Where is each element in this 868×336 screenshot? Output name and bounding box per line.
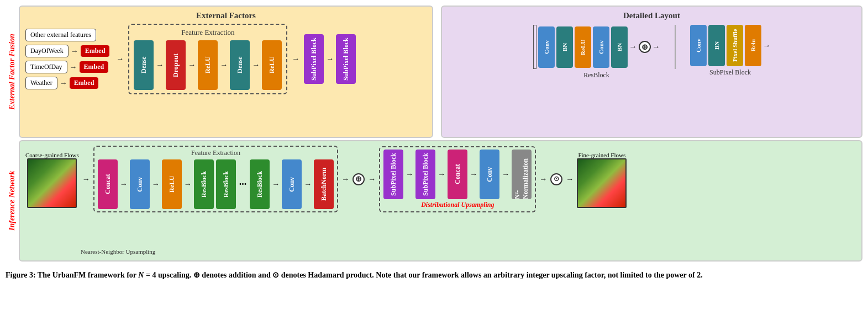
subpixel-block-label: SubPixel Block [709, 68, 751, 77]
inf-block-res2: ResBlock [216, 159, 236, 209]
block-subpixel-1: SubPixel Block [304, 34, 324, 84]
rs-block-conv: Conv [538, 26, 555, 68]
dl-inner: Conv BN ReLU Conv BN → ⊕ → ResBlock [448, 25, 856, 79]
plus-circle-inf: ⊕ [353, 173, 365, 185]
dist-blocks: SubPixel Block → SubPixel Block → Concat… [383, 150, 532, 199]
sp-block-relu: Relu [745, 25, 761, 66]
dist-arr-4: → [502, 170, 509, 179]
coarse-heatmap [27, 158, 77, 208]
input-row-1: DayOfWeek → Embed [25, 45, 109, 57]
fine-label: Fine-grained Flows [578, 152, 625, 158]
block-subpixel-2: SubPixel Block [336, 34, 356, 84]
rs-arrow: → [629, 42, 637, 51]
arrow-fe-1: → [156, 61, 164, 70]
input-box-0: Other external features [25, 29, 96, 41]
arrow-3: → [60, 79, 67, 88]
arrow-fe-4: → [252, 61, 260, 70]
resblock-label: ResBlock [583, 71, 609, 79]
divider [675, 25, 676, 69]
external-factors-title: External Factors [25, 11, 427, 20]
coarse-heatmap-group: Coarse-grained Flows [25, 150, 79, 208]
fe-blocks: Dense → Dropout → ReLU → Dense → ReLU [134, 40, 282, 90]
input-row-0: Other external features [25, 29, 109, 41]
embed-box-1: Embed [81, 45, 110, 57]
dist-arr-1: → [406, 170, 413, 179]
dist-block-sp2: SubPixel Block [415, 150, 435, 199]
inf-block-concat: Concat [98, 159, 118, 209]
embed-box-3: Embed [70, 77, 99, 89]
sp-block-conv: Conv [690, 25, 707, 66]
rs-out-arrow: → [653, 42, 660, 51]
resblock-blocks-row: Conv BN ReLU Conv BN [538, 26, 628, 68]
coarse-label: Coarse-grained Flows [25, 152, 79, 158]
arrow-odot-to-fine: → [566, 175, 574, 184]
inf-arr-3: → [184, 180, 192, 189]
subpixel-group-ef: SubPixel Block → SubPixel Block [304, 34, 356, 84]
sp-block-bn: BN [708, 25, 725, 66]
dist-arr-2: → [438, 170, 445, 179]
inf-arr-2: → [152, 180, 160, 189]
arrow-plus-to-dist: → [368, 175, 376, 184]
input-box-3: Weather [25, 77, 57, 89]
embed-box-2: Embed [80, 61, 109, 73]
inf-fe-box: Feature Extraction Concat → Conv → ReLU … [93, 146, 339, 212]
arrow-fe-3: → [220, 61, 228, 70]
ef-inputs: Other external features DayOfWeek → Embe… [25, 29, 109, 89]
dots: ··· [238, 179, 248, 190]
rs-block-bn2: BN [611, 26, 628, 68]
inf-block-batchnorm: BatchNorm [314, 159, 334, 209]
inf-fe-title: Feature Extraction [191, 149, 240, 157]
arrow-sp-1: → [326, 55, 334, 63]
inference-side-label: Inference Network [6, 140, 19, 262]
block-dropout: Dropout [166, 40, 186, 90]
arrow-fe-2: → [188, 61, 196, 70]
arrow-1: → [71, 47, 78, 56]
rs-block-conv2: Conv [593, 26, 609, 68]
odot-circle: ⊙ [550, 173, 562, 185]
top-section-wrapper: External Factor Fusion External Factors … [6, 6, 862, 138]
inf-arr-1: → [120, 180, 128, 189]
resblock-section: Conv BN ReLU Conv BN → ⊕ → ResBlock [533, 25, 660, 79]
nn-upsamp-label: Nearest-Neighbor Upsampling [81, 248, 155, 255]
dist-block-concat: Concat [448, 150, 467, 199]
dist-block-n2norm: N²-Normalization [512, 150, 532, 199]
resblock-input-line [533, 25, 536, 69]
arrow-to-subpixel: → [292, 55, 299, 63]
inf-arr-5: → [304, 180, 312, 189]
sp-block-pixelshuffle: Pixel Shuffle [727, 25, 743, 66]
arrow-dist-to-odot: → [539, 175, 547, 184]
diagram-container: External Factor Fusion External Factors … [6, 6, 862, 281]
inference-section: Coarse-grained Flows → Feature Extractio… [19, 140, 862, 262]
dl-title: Detailed Layout [448, 11, 856, 20]
dist-up-box: SubPixel Block → SubPixel Block → Concat… [379, 146, 536, 212]
figure-caption: Figure 3: The UrbanFM framework for N = … [6, 269, 862, 281]
arrow-fe-to-plus: → [341, 175, 349, 184]
inference-section-wrapper: Inference Network Coarse-grained Flows →… [6, 140, 862, 262]
fine-heatmap [577, 158, 627, 208]
rs-block-bn: BN [556, 26, 573, 68]
sp-out-arrow: → [763, 41, 771, 50]
inference-inner: Coarse-grained Flows → Feature Extractio… [25, 146, 856, 212]
inf-arr-4: → [272, 180, 280, 189]
inf-fe-blocks: Concat → Conv → ReLU → ResBlock ResBlock… [98, 159, 334, 209]
arrow-to-fe: → [116, 55, 124, 63]
plus-circle-resblock: ⊕ [639, 41, 651, 53]
block-relu2: ReLU [262, 40, 282, 90]
block-dense2: Dense [230, 40, 250, 90]
external-factor-side-label: External Factor Fusion [6, 6, 19, 138]
dist-block-conv: Conv [480, 150, 499, 199]
inf-block-res1: ResBlock [194, 159, 214, 209]
external-factor-panel: External Factors Other external features… [19, 6, 433, 138]
dist-up-label: Distributional Upsampling [421, 201, 494, 209]
input-row-3: Weather → Embed [25, 77, 109, 89]
inf-block-res3: ResBlock [250, 159, 270, 209]
dist-block-sp1: SubPixel Block [383, 150, 403, 199]
inf-block-relu: ReLU [162, 159, 182, 209]
input-row-2: TimeOfDay → Embed [25, 61, 109, 73]
rs-block-relu: ReLU [575, 26, 591, 68]
inf-block-conv: Conv [130, 159, 150, 209]
block-relu: ReLU [198, 40, 218, 90]
detailed-layout-panel: Detailed Layout Conv BN ReLU Conv BN [441, 6, 862, 138]
inf-block-conv2: Conv [282, 159, 302, 209]
ef-inner: Other external features DayOfWeek → Embe… [25, 24, 427, 94]
